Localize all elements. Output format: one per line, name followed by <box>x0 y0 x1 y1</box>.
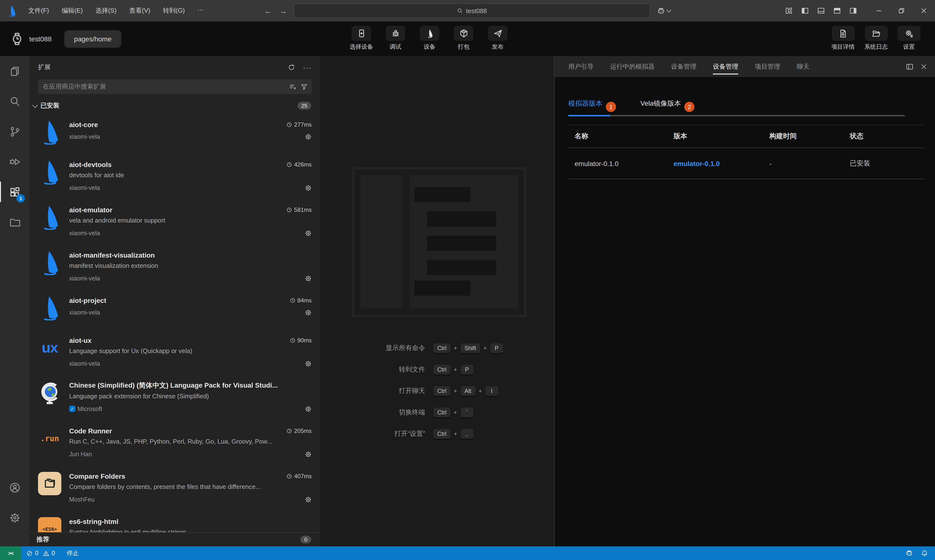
publish-button[interactable]: 发布 <box>481 26 515 51</box>
ide-window: 文件(F) 编辑(E) 选择(S) 查看(V) 转到(G) ⋯ ← → test… <box>0 0 935 560</box>
extension-list-item[interactable]: aiot-devtools 426ms devtools for aiot id… <box>29 159 320 205</box>
settings-button[interactable]: 设置 <box>898 26 920 51</box>
extension-manage-gear-icon[interactable] <box>305 275 312 282</box>
extension-manage-gear-icon[interactable] <box>305 309 312 316</box>
minimize-button[interactable] <box>868 0 890 22</box>
remote-indicator[interactable]: >< <box>0 546 22 560</box>
extension-list-item[interactable]: .run Code Runner 205ms Run C, C++, Java,… <box>29 426 320 471</box>
restore-button[interactable] <box>890 0 913 22</box>
page-path-chip[interactable]: pages/home <box>64 30 121 48</box>
key-cap: ` <box>460 408 473 417</box>
activity-remote-explorer[interactable] <box>0 207 29 237</box>
vela-image-versions-badge: 2 <box>684 102 695 112</box>
extension-list-item[interactable]: aiot-manifest-visualization manifest vis… <box>29 250 320 295</box>
extension-manage-gear-icon[interactable] <box>305 451 312 457</box>
menu-file[interactable]: 文件(F) <box>28 6 49 15</box>
toggle-top-panel-icon[interactable] <box>833 7 841 15</box>
manage-button[interactable] <box>0 503 29 533</box>
extension-list-item[interactable]: aiot-project 84ms xiaomi-vela <box>29 295 320 335</box>
status-bar: >< 0 0 停止 <box>0 546 935 560</box>
tab-chat[interactable]: 聊天 <box>797 56 809 77</box>
menu-overflow[interactable]: ⋯ <box>197 6 204 15</box>
extension-list-item[interactable]: aiot-emulator 581ms vela and android emu… <box>29 205 320 250</box>
nav-forward-icon[interactable]: → <box>280 6 287 15</box>
subtab-vela-image-versions[interactable]: Vela镜像版本 2 <box>640 99 695 109</box>
emulator-build-time: - <box>769 160 850 167</box>
extension-list-item[interactable]: Chinese (Simplified) (简体中文) Language Pac… <box>29 380 320 426</box>
extension-activation-time: 90ms <box>286 337 312 344</box>
refresh-icon[interactable] <box>288 63 295 71</box>
vela-sail-icon <box>37 295 62 320</box>
extension-manage-gear-icon[interactable] <box>305 496 312 503</box>
tab-user-guide[interactable]: 用户引导 <box>568 56 594 77</box>
tab-running-emulators[interactable]: 运行中的模拟器 <box>610 56 655 77</box>
clear-filter-icon[interactable] <box>289 83 297 90</box>
filter-funnel-icon[interactable] <box>300 83 308 90</box>
clock-icon <box>289 337 295 343</box>
project-details-button[interactable]: 项目详情 <box>831 26 855 51</box>
account-button[interactable] <box>0 472 29 503</box>
close-button[interactable] <box>913 0 935 22</box>
toggle-panel-icon[interactable] <box>817 7 825 15</box>
clock-icon <box>286 207 292 213</box>
extension-name: aiot-devtools <box>69 161 112 168</box>
globe-icon <box>37 380 62 406</box>
watch-project-icon <box>11 32 23 45</box>
open-in-editor-icon[interactable] <box>906 63 913 70</box>
tab-device-management-2[interactable]: 设备管理 <box>713 56 738 77</box>
package-button[interactable]: 打包 <box>447 26 481 51</box>
device-button[interactable]: 设备 <box>412 26 447 51</box>
table-header-row: 名称 版本 构建时间 状态 <box>568 125 924 148</box>
nav-back-icon[interactable]: ← <box>265 6 272 15</box>
extension-manage-gear-icon[interactable] <box>305 229 312 237</box>
key-cap: Shift <box>460 343 480 353</box>
extension-publisher: xiaomi-vela <box>69 360 100 367</box>
account-icon <box>9 482 20 493</box>
menu-edit[interactable]: 编辑(E) <box>62 6 83 15</box>
compare-folders-icon <box>37 471 62 496</box>
extensions-search-input[interactable]: 在应用商店中搜索扩展 <box>38 79 312 94</box>
copilot-menu[interactable] <box>657 6 670 15</box>
copilot-status-icon[interactable] <box>905 549 913 557</box>
extension-list-item[interactable]: ux aiot-ux 90ms Language support for Ux … <box>29 335 320 380</box>
activity-search[interactable] <box>0 86 29 116</box>
tab-project-management[interactable]: 项目管理 <box>755 56 780 77</box>
menu-selection[interactable]: 选择(S) <box>95 6 117 15</box>
recommended-section-header[interactable]: 推荐 0 <box>29 532 320 546</box>
activity-run-debug[interactable] <box>0 146 29 177</box>
activity-explorer[interactable] <box>0 56 29 86</box>
toggle-primary-sidebar-icon[interactable] <box>801 7 809 15</box>
close-panel-icon[interactable] <box>920 63 927 70</box>
toggle-secondary-sidebar-icon[interactable] <box>849 7 857 15</box>
plus-separator: + <box>454 431 457 437</box>
installed-section-header[interactable]: 已安装 25 <box>29 99 320 112</box>
more-actions-icon[interactable]: ··· <box>303 63 312 71</box>
command-center-search[interactable]: test088 <box>294 3 650 18</box>
extension-description: devtools for aiot ide <box>69 171 312 181</box>
subtab-emulator-versions[interactable]: 模拟器版本 1 <box>568 99 616 109</box>
problems-status[interactable]: 0 0 <box>22 546 55 560</box>
extension-list-item[interactable]: aiot-core 277ms xiaomi-vela <box>29 119 320 159</box>
extension-list-item[interactable]: Compare Folders 407ms Compare folders by… <box>29 471 320 516</box>
customize-layout-icon[interactable] <box>785 7 793 15</box>
extension-manage-gear-icon[interactable] <box>305 133 312 140</box>
activity-extensions[interactable]: 1 <box>0 177 29 207</box>
menu-view[interactable]: 查看(V) <box>129 6 151 15</box>
select-device-button[interactable]: 选择设备 <box>344 26 378 51</box>
editor-watermark-graphic <box>352 166 527 317</box>
extension-manage-gear-icon[interactable] <box>305 360 312 367</box>
emulator-version-link[interactable]: emulator-0.1.0 <box>674 160 769 167</box>
tab-device-management-1[interactable]: 设备管理 <box>671 56 697 77</box>
extension-manage-gear-icon[interactable] <box>305 405 312 412</box>
key-cap: Alt <box>460 386 475 396</box>
extensions-sidebar: 扩展 ··· 在应用商店中搜索扩展 已安装 25 <box>29 56 320 546</box>
bell-icon[interactable] <box>921 549 928 557</box>
extension-description: Run C, C++, Java, JS, PHP, Python, Perl,… <box>69 438 312 448</box>
extension-manage-gear-icon[interactable] <box>305 184 312 191</box>
activity-source-control[interactable] <box>0 116 29 146</box>
emulator-status: 已安装 <box>850 159 924 168</box>
stop-button[interactable]: 停止 <box>62 546 79 560</box>
menu-goto[interactable]: 转到(G) <box>163 6 185 15</box>
system-log-button[interactable]: 系统日志 <box>864 26 888 51</box>
debug-button[interactable]: 调试 <box>378 26 412 51</box>
